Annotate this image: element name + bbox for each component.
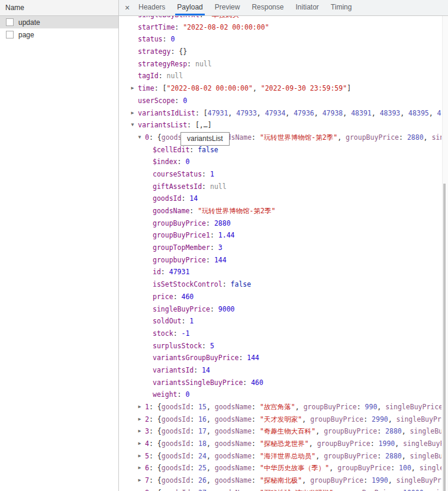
tree-row[interactable]: ▶8: {goodsId: 27, goodsName: "探秘地球-该出发吗游…: [119, 487, 441, 491]
token-pn: 48397: [437, 109, 441, 117]
expand-triangle-icon[interactable]: ▶: [129, 82, 136, 95]
tree-row[interactable]: tagId: null: [119, 70, 441, 82]
expand-triangle-icon[interactable]: ▶: [136, 413, 143, 426]
tree-row[interactable]: variantsId: 14: [119, 364, 441, 377]
token-p: : {: [149, 415, 162, 423]
tree-row[interactable]: groupBuyPrice1: 1.44: [119, 229, 441, 242]
token-s: "玩转世界博物馆-第2季": [198, 207, 275, 215]
token-p: ,: [402, 452, 410, 460]
tree-row[interactable]: stock: -1: [119, 328, 441, 340]
vertical-scrollbar[interactable]: [442, 16, 448, 491]
token-pk: singleBuyPrice: [403, 439, 441, 448]
token-p: : {: [149, 403, 162, 411]
token-pk: goodsName: [215, 403, 252, 411]
token-pk: goodsName: [215, 427, 252, 435]
tree-row[interactable]: ▶3: {goodsId: 17, goodsName: "奇趣生物大百科", …: [119, 425, 441, 438]
token-u: null: [195, 60, 212, 68]
tree-row[interactable]: ▶4: {goodsId: 18, goodsName: "探秘恐龙世界", g…: [119, 438, 441, 450]
expand-triangle-icon[interactable]: ▶: [136, 401, 143, 413]
tab-initiator[interactable]: Initiator: [294, 0, 320, 15]
token-pk: goodsName: [215, 489, 252, 491]
token-k: 2: [145, 415, 149, 423]
expand-triangle-icon[interactable]: ▶: [136, 450, 143, 463]
token-p: ,: [207, 427, 215, 435]
tree-row[interactable]: ▶5: {goodsId: 24, goodsName: "海洋世界总动员", …: [119, 450, 441, 463]
token-pk: goodsId: [162, 439, 190, 448]
file-icon: [6, 31, 14, 38]
tab-timing[interactable]: Timing: [329, 0, 354, 15]
close-icon[interactable]: ×: [122, 0, 133, 15]
tree-row[interactable]: giftAssetsId: null: [119, 181, 441, 193]
token-s: "天才发明家": [260, 415, 302, 423]
tab-response[interactable]: Response: [250, 0, 285, 15]
token-n: 3: [218, 243, 223, 252]
token-pn: 18: [198, 439, 207, 448]
scrollbar-thumb[interactable]: [443, 184, 446, 491]
token-p: :: [178, 158, 186, 166]
tree-row[interactable]: ▶time: ["2022-08-02 00:00:00", "2022-09-…: [119, 82, 441, 95]
tree-row[interactable]: strategy: {}: [119, 46, 441, 58]
token-k: id: [153, 268, 161, 276]
token-n: 460: [181, 293, 194, 301]
tree-row[interactable]: courseStatus: 1: [119, 168, 441, 181]
collapse-triangle-icon[interactable]: ▼: [136, 131, 143, 144]
token-pk: singleBuyPrice: [385, 403, 441, 411]
tree-row[interactable]: groupTopMember: 3: [119, 242, 441, 254]
expand-triangle-icon[interactable]: ▶: [136, 438, 143, 450]
tree-row[interactable]: soldOut: 1: [119, 315, 441, 328]
tree-row[interactable]: isSetStockControl: false: [119, 278, 441, 291]
tree-row[interactable]: ▼0: {goodsId: 14, goodsName: "玩转世界博物馆-第2…: [119, 131, 441, 144]
tree-row[interactable]: $cellEdit: false: [119, 144, 441, 156]
token-n: 144: [214, 256, 227, 264]
tree-row[interactable]: variantsSingleBuyPrice: 460: [119, 377, 441, 389]
token-p: ,: [377, 403, 385, 411]
token-k: userScope: [138, 97, 175, 105]
token-p: ,: [207, 489, 215, 491]
tree-row[interactable]: singleBuyPrice: 9000: [119, 303, 441, 316]
token-p: :: [163, 35, 171, 43]
tree-row[interactable]: groupbuyPrice: 144: [119, 254, 441, 267]
token-p: ,: [309, 439, 317, 448]
tree-row[interactable]: ▶variantsIdList: [47931, 47933, 47934, 4…: [119, 107, 441, 120]
tree-row[interactable]: goodsId: 14: [119, 192, 441, 205]
tree-row[interactable]: groupBuyPrice: 2880: [119, 217, 441, 230]
tab-headers[interactable]: Headers: [137, 0, 167, 15]
tree-row[interactable]: userScope: 0: [119, 95, 441, 107]
expand-triangle-icon[interactable]: ▶: [129, 107, 136, 120]
token-p: ,: [343, 109, 351, 117]
token-p: : {: [149, 452, 162, 460]
expand-triangle-icon[interactable]: ▶: [136, 425, 143, 438]
expand-triangle-icon[interactable]: ▶: [136, 487, 143, 491]
token-s: "玩转世界博物馆-第2季": [260, 133, 337, 142]
token-pk: singleBuyPrice: [431, 489, 441, 491]
tree-row[interactable]: id: 47931: [119, 266, 441, 278]
tree-row[interactable]: goodsName: "玩转世界博物馆-第2季": [119, 205, 441, 217]
tree-row[interactable]: $index: 0: [119, 156, 441, 168]
tree-row[interactable]: price: 460: [119, 291, 441, 303]
token-p: :: [252, 439, 260, 448]
request-row-update[interactable]: update: [0, 16, 118, 28]
token-s: "探秘地球-该出发吗游": [260, 489, 333, 491]
token-pk: goodsName: [215, 476, 252, 484]
tree-row[interactable]: status: 0: [119, 33, 441, 46]
tab-payload[interactable]: Payload: [175, 0, 204, 15]
tree-row[interactable]: weight: 0: [119, 389, 441, 401]
request-row-page[interactable]: page: [0, 28, 118, 41]
tree-row[interactable]: variantsGroupBuyPrice: 144: [119, 352, 441, 364]
expand-triangle-icon[interactable]: ▶: [136, 474, 143, 487]
collapse-triangle-icon[interactable]: ▼: [129, 119, 136, 131]
tree-row[interactable]: startTime: "2022-08-02 00:00:00": [119, 21, 441, 34]
tree-row[interactable]: ▶6: {goodsId: 25, goodsName: "中华历史故事（季）"…: [119, 462, 441, 474]
tree-row[interactable]: strategyResp: null: [119, 58, 441, 70]
tree-row[interactable]: ▶7: {goodsId: 26, goodsName: "探秘南北极", gr…: [119, 474, 441, 487]
token-pk: singleBuyPrice: [410, 427, 441, 435]
token-p: :: [252, 489, 260, 491]
tree-row[interactable]: surplusStock: 5: [119, 340, 441, 352]
tree-row[interactable]: ▼variantsList: [,…]: [119, 119, 441, 131]
name-column-header[interactable]: Name: [0, 0, 118, 16]
tab-preview[interactable]: Preview: [213, 0, 242, 15]
tree-row[interactable]: ▶2: {goodsId: 16, goodsName: "天才发明家", gr…: [119, 413, 441, 426]
token-k: variantsList: [138, 121, 187, 129]
tree-row[interactable]: ▶1: {goodsId: 15, goodsName: "故宫角落", gro…: [119, 401, 441, 413]
expand-triangle-icon[interactable]: ▶: [136, 462, 143, 474]
